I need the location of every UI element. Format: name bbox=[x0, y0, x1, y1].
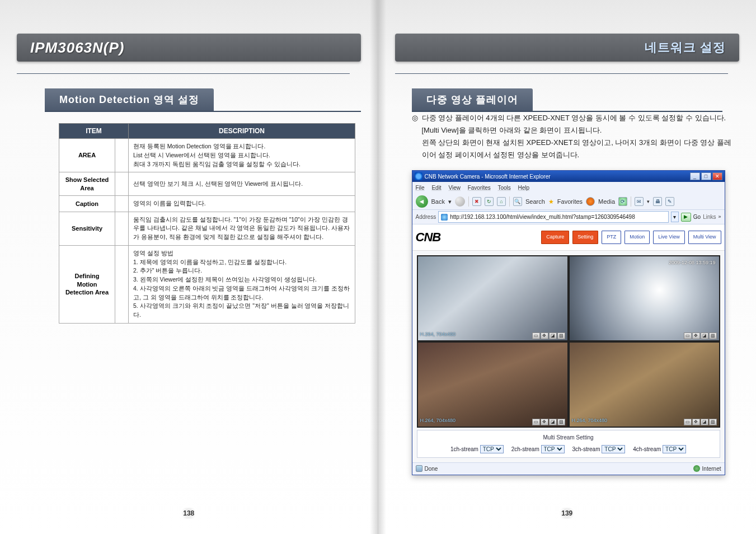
multi-stream-row: 1ch-stream TCP2ch-stream TCP3ch-stream T… bbox=[417, 444, 720, 454]
setting-button[interactable]: Setting bbox=[572, 231, 598, 243]
ie-menubar: File Edit View Favorites Tools Help bbox=[412, 182, 725, 194]
history-icon[interactable]: ⟳ bbox=[618, 197, 627, 206]
favorites-label[interactable]: Favorites bbox=[557, 196, 583, 207]
toolbar-sep3 bbox=[631, 196, 631, 207]
vc-max-icon[interactable]: ◪ bbox=[549, 332, 557, 339]
vc-move-icon[interactable]: ✥ bbox=[541, 419, 548, 425]
vc-max-icon[interactable]: ◪ bbox=[701, 419, 708, 425]
video-controls-4: ▭ ✥ ◪ ▨ bbox=[684, 419, 717, 425]
table-desc: 영역의 이름을 입력합니다. bbox=[129, 195, 355, 212]
vc-move-icon[interactable]: ✥ bbox=[541, 332, 548, 339]
motion-detection-table-wrap: ITEM DESCRIPTION AREA현재 등록된 Motion Detec… bbox=[59, 123, 355, 324]
links-chevron-icon[interactable]: » bbox=[718, 213, 721, 221]
ptz-button[interactable]: PTZ bbox=[602, 231, 621, 243]
th-desc: DESCRIPTION bbox=[129, 124, 355, 139]
ie-status-bar: Done Internet bbox=[412, 462, 725, 475]
vc-restore-icon[interactable]: ▭ bbox=[684, 419, 692, 425]
home-icon[interactable]: ⌂ bbox=[497, 197, 506, 206]
vc-close-icon[interactable]: ▨ bbox=[557, 419, 565, 425]
video-cell-4[interactable]: H.264, 704x480 ▭ ✥ ◪ ▨ bbox=[570, 343, 719, 427]
back-button-icon[interactable]: ◄ bbox=[416, 195, 428, 208]
multi-stream-title: Multi Stream Setting bbox=[417, 433, 720, 442]
cnb-logo: CNB bbox=[416, 227, 441, 247]
stream-protocol-select[interactable]: TCP bbox=[480, 445, 504, 453]
mail-dropdown-icon[interactable]: ▾ bbox=[647, 198, 650, 206]
table-row: Sensitivity움직임 검출시의 감도를 설정합니다. "1"이 가장 둔… bbox=[59, 212, 355, 245]
favorites-icon[interactable]: ★ bbox=[548, 196, 554, 207]
search-icon[interactable]: 🔍 bbox=[513, 197, 522, 206]
liveview-button[interactable]: Live View bbox=[653, 231, 684, 243]
table-desc: 영역 설정 방법1. 제목에 영역의 이름을 작성하고, 민감도를 설정합니다.… bbox=[129, 245, 355, 323]
capture-button[interactable]: Capture bbox=[541, 231, 569, 243]
vc-restore-icon[interactable]: ▭ bbox=[684, 332, 692, 339]
vc-move-icon[interactable]: ✥ bbox=[692, 332, 700, 339]
multiview-button[interactable]: Multi View bbox=[688, 231, 721, 243]
mail-icon[interactable]: ✉ bbox=[635, 197, 644, 206]
menu-view[interactable]: View bbox=[448, 185, 461, 191]
section-underline-r bbox=[395, 73, 729, 74]
video-controls-2: ▭ ✥ ◪ ▨ bbox=[684, 332, 717, 339]
menu-file[interactable]: File bbox=[416, 185, 425, 191]
go-button[interactable]: ▶ bbox=[681, 213, 691, 222]
search-label[interactable]: Search bbox=[525, 196, 545, 207]
vc-close-icon[interactable]: ▨ bbox=[709, 332, 717, 339]
table-row: Caption영역의 이름을 입력합니다. bbox=[59, 195, 355, 212]
video-cell-2[interactable]: 2009-12-08 13:59:19 ▭ ✥ ◪ ▨ bbox=[570, 256, 719, 340]
back-label[interactable]: Back bbox=[431, 196, 445, 207]
page-number-right: 139 bbox=[561, 509, 572, 517]
menu-help[interactable]: Help bbox=[518, 185, 530, 191]
video-cell-3[interactable]: H.264, 704x480 ▭ ✥ ◪ ▨ bbox=[418, 343, 567, 427]
status-done-wrap: Done bbox=[416, 464, 438, 474]
vc-restore-icon[interactable]: ▭ bbox=[532, 332, 540, 339]
table-row: AREA현재 등록된 Motion Detection 영역을 표시합니다.Li… bbox=[59, 139, 355, 172]
bullet-icon: ◎ bbox=[412, 112, 422, 161]
manual-spread: IPM3063N(P) Motion Detection 영역 설정 ITEM … bbox=[0, 0, 756, 534]
vc-max-icon[interactable]: ◪ bbox=[549, 419, 557, 425]
video-controls-3: ▭ ✥ ◪ ▨ bbox=[532, 419, 565, 425]
page-left: IPM3063N(P) Motion Detection 영역 설정 ITEM … bbox=[0, 0, 378, 534]
intro-bullet: ◎ 다중 영상 플레이어 4개의 다른 XPEED-XNET 영상을 동시에 볼… bbox=[412, 112, 734, 161]
stream-protocol-select[interactable]: TCP bbox=[602, 445, 625, 453]
refresh-icon[interactable]: ↻ bbox=[485, 197, 494, 206]
table-check-cell bbox=[115, 172, 129, 196]
address-input[interactable]: http://192.168.123.100/html/view/index_m… bbox=[438, 211, 669, 223]
close-button[interactable]: ✕ bbox=[712, 172, 722, 180]
motion-button[interactable]: Motion bbox=[624, 231, 650, 243]
stream-protocol-select[interactable]: TCP bbox=[663, 445, 686, 453]
menu-tools[interactable]: Tools bbox=[497, 185, 510, 191]
table-check-cell bbox=[115, 245, 129, 323]
vc-max-icon[interactable]: ◪ bbox=[701, 332, 708, 339]
edit-icon[interactable]: ✎ bbox=[665, 197, 674, 206]
table-row: Defining Motion Detection Area영역 설정 방법1.… bbox=[59, 245, 355, 323]
menu-favorites[interactable]: Favorites bbox=[468, 185, 491, 191]
vc-move-icon[interactable]: ✥ bbox=[692, 419, 700, 425]
section-title-right: 다중 영상 플레이어 bbox=[412, 88, 533, 111]
ie-window: CNB Network Camera - Microsoft Internet … bbox=[412, 170, 725, 475]
minimize-button[interactable]: _ bbox=[690, 172, 700, 180]
go-label[interactable]: Go bbox=[693, 212, 701, 222]
print-icon[interactable]: 🖶 bbox=[653, 197, 662, 206]
page-right: 네트워크 설정 다중 영상 플레이어 ◎ 다중 영상 플레이어 4개의 다른 X… bbox=[378, 0, 757, 534]
back-dropdown-icon[interactable]: ▾ bbox=[448, 196, 452, 207]
video-cell-1[interactable]: H.264, 704x480 ▭ ✥ ◪ ▨ bbox=[418, 256, 567, 340]
stream-protocol-select[interactable]: TCP bbox=[541, 445, 565, 453]
links-label[interactable]: Links bbox=[703, 212, 716, 222]
media-label[interactable]: Media bbox=[598, 196, 615, 207]
vc-close-icon[interactable]: ▨ bbox=[557, 332, 565, 339]
media-icon[interactable] bbox=[586, 197, 595, 206]
maximize-button[interactable]: □ bbox=[701, 172, 711, 180]
forward-button[interactable] bbox=[455, 196, 465, 207]
section-underline bbox=[17, 73, 350, 74]
th-item: ITEM bbox=[59, 124, 129, 139]
menu-edit[interactable]: Edit bbox=[431, 185, 441, 191]
address-dropdown-icon[interactable]: ▾ bbox=[671, 212, 679, 222]
internet-zone-icon bbox=[693, 465, 700, 472]
vc-close-icon[interactable]: ▨ bbox=[709, 419, 717, 425]
stop-icon[interactable]: ✖ bbox=[472, 197, 481, 206]
vc-restore-icon[interactable]: ▭ bbox=[532, 419, 540, 425]
table-item: Defining Motion Detection Area bbox=[59, 245, 115, 323]
multi-stream-setting: Multi Stream Setting 1ch-stream TCP2ch-s… bbox=[417, 430, 720, 458]
video-label-3: H.264, 704x480 bbox=[418, 415, 458, 426]
address-label: Address bbox=[416, 212, 436, 222]
table-item: Show Selected Area bbox=[59, 172, 115, 196]
